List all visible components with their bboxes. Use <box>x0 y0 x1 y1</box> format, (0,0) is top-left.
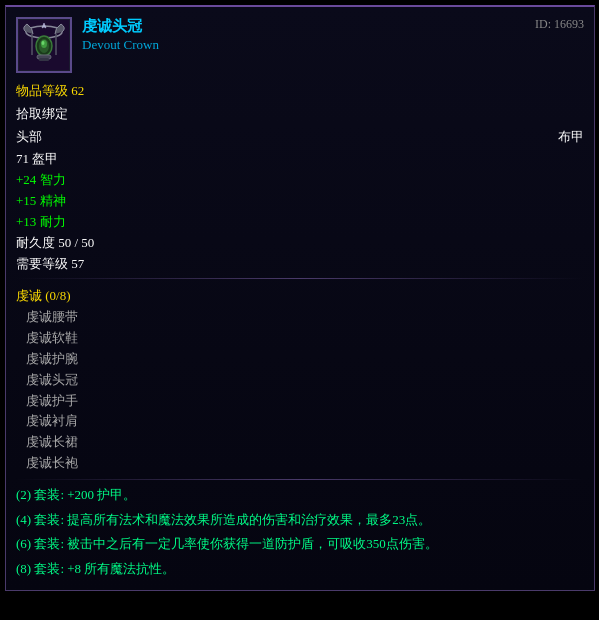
item-icon <box>16 17 72 73</box>
set-bonus-6: (6) 套装: 被击中之后有一定几率使你获得一道防护盾，可吸收350点伤害。 <box>16 534 584 555</box>
set-item-7: 虔诚长裙 <box>16 432 584 453</box>
set-item-2: 虔诚软鞋 <box>16 328 584 349</box>
stat3-row: +13 耐力 <box>16 212 584 231</box>
set-item-4: 虔诚头冠 <box>16 370 584 391</box>
bind-text: 拾取绑定 <box>16 106 68 121</box>
item-names: 虔诚头冠 Devout Crown <box>82 17 584 53</box>
stat2: +15 精神 <box>16 193 66 208</box>
bind-row: 拾取绑定 <box>16 104 584 125</box>
set-header: 虔诚 (0/8) <box>16 287 584 305</box>
svg-rect-7 <box>39 58 49 61</box>
req-level: 需要等级 57 <box>16 256 84 271</box>
req-level-row: 需要等级 57 <box>16 254 584 273</box>
armor-row: 71 盔甲 <box>16 149 584 168</box>
set-item-6: 虔诚衬肩 <box>16 411 584 432</box>
divider1 <box>16 278 584 279</box>
set-item-1: 虔诚腰带 <box>16 307 584 328</box>
set-item-5: 虔诚护手 <box>16 391 584 412</box>
item-tooltip: ID: 16693 <box>5 5 595 591</box>
set-bonus-8: (8) 套装: +8 所有魔法抗性。 <box>16 559 584 580</box>
svg-point-5 <box>42 41 45 45</box>
durability: 耐久度 50 / 50 <box>16 235 94 250</box>
durability-row: 耐久度 50 / 50 <box>16 233 584 252</box>
set-bonus-2: (2) 套装: +200 护甲。 <box>16 485 584 506</box>
set-item-8: 虔诚长袍 <box>16 453 584 474</box>
stat1: +24 智力 <box>16 172 66 187</box>
armor-type: 布甲 <box>558 127 584 148</box>
divider2 <box>16 479 584 480</box>
item-header: 虔诚头冠 Devout Crown <box>16 17 584 73</box>
armor-value: 71 盔甲 <box>16 151 58 166</box>
set-bonuses-list: (2) 套装: +200 护甲。 (4) 套装: 提高所有法术和魔法效果所造成的… <box>16 485 584 580</box>
item-level-row: 物品等级 62 <box>16 81 584 102</box>
slot-row: 头部 布甲 <box>16 127 584 148</box>
item-name-en: Devout Crown <box>82 37 584 54</box>
set-bonus-4: (4) 套装: 提高所有法术和魔法效果所造成的伤害和治疗效果，最多23点。 <box>16 510 584 531</box>
stat2-row: +15 精神 <box>16 191 584 210</box>
set-item-3: 虔诚护腕 <box>16 349 584 370</box>
set-items-list: 虔诚腰带 虔诚软鞋 虔诚护腕 虔诚头冠 虔诚护手 虔诚衬肩 虔诚长裙 虔诚长袍 <box>16 307 584 473</box>
item-level-label: 物品等级 62 <box>16 83 84 98</box>
stat3: +13 耐力 <box>16 214 66 229</box>
stat1-row: +24 智力 <box>16 170 584 189</box>
slot-label: 头部 <box>16 127 42 148</box>
item-id: ID: 16693 <box>535 17 584 32</box>
item-name-cn: 虔诚头冠 <box>82 17 584 37</box>
item-icon-svg <box>19 20 69 70</box>
